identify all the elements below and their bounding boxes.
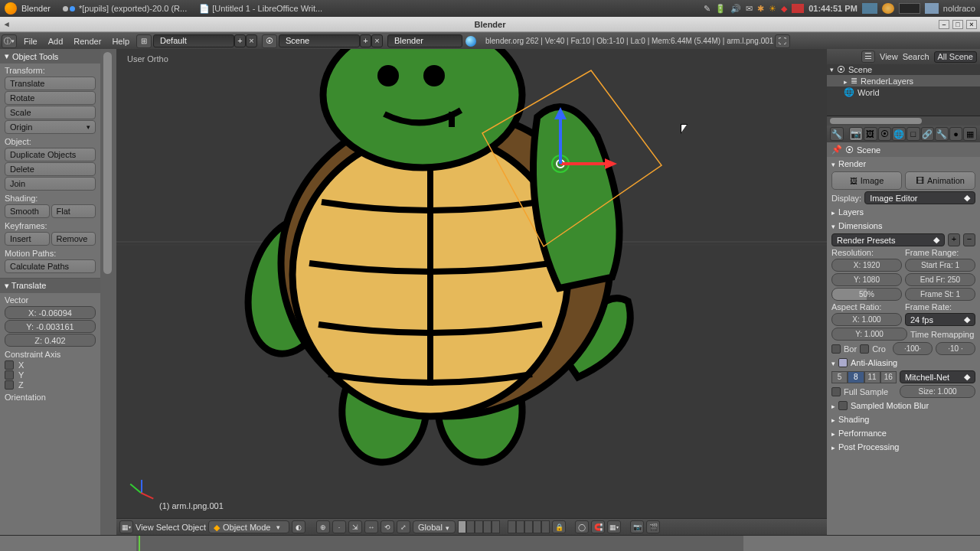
lock-camera-icon[interactable]: 🔒 — [552, 520, 566, 533]
mblur-checkbox[interactable] — [838, 401, 848, 410]
tray-icon[interactable] — [792, 4, 804, 13]
outliner-filter-dropdown[interactable]: All Scene — [934, 51, 977, 63]
tab-layers[interactable]: 🖼 — [864, 127, 877, 141]
panel-shading[interactable]: Shading — [827, 412, 980, 426]
remove-preset-button[interactable]: − — [963, 233, 975, 246]
render-presets-dropdown[interactable]: Render Presets◆ — [831, 233, 945, 246]
maximize-button[interactable]: □ — [952, 20, 963, 29]
tab-modifiers[interactable]: 🔧 — [935, 127, 949, 141]
remove-keyframe-button[interactable]: Remove — [51, 232, 96, 246]
res-x-field[interactable]: X: 1920 — [831, 259, 902, 272]
panel-layers[interactable]: Layers — [827, 205, 980, 219]
layer-buttons[interactable] — [508, 520, 550, 533]
panel-motion-blur[interactable]: Sampled Motion Blur — [827, 399, 980, 412]
back-to-previous-icon[interactable]: ⊞ — [136, 34, 152, 48]
clock[interactable]: 01:44:51 PM — [808, 4, 858, 13]
panel-post-processing[interactable]: Post Processing — [827, 440, 980, 454]
display-dropdown[interactable]: Image Editor◆ — [864, 191, 975, 204]
orientation-dropdown[interactable]: Global — [413, 520, 456, 533]
crop-checkbox[interactable] — [860, 344, 869, 354]
volume-icon[interactable]: 🔊 — [730, 4, 741, 14]
menu-add[interactable]: Add — [43, 37, 69, 46]
calculate-paths-button[interactable]: Calculate Paths — [5, 259, 96, 273]
shading-mode-icon[interactable]: ◐ — [292, 520, 305, 533]
opengl-anim-icon[interactable]: 🎬 — [646, 520, 660, 533]
vector-x-field[interactable]: X: -0.06094 — [5, 306, 96, 319]
render-engine-dropdown[interactable]: Blender Render — [387, 34, 462, 47]
frame-step-field[interactable]: Frame St: 1 — [905, 288, 975, 301]
scale-button[interactable]: Scale — [5, 106, 96, 119]
minimize-button[interactable]: – — [939, 20, 949, 29]
add-layout-button[interactable]: + — [234, 34, 246, 47]
username[interactable]: noldraco — [943, 4, 975, 13]
aa-size-field[interactable]: Size: 1.000 — [900, 385, 975, 398]
aa-samples-buttons[interactable]: 581116 — [831, 371, 897, 383]
tools-panel-header[interactable]: ▾Object Tools — [0, 49, 100, 64]
tray-icon[interactable] — [862, 3, 877, 14]
taskbar-item[interactable]: 📄 [Untitled 1 - LibreOffice Writ... — [199, 4, 322, 14]
outliner-item-scene[interactable]: Scene — [848, 65, 872, 74]
fps-dropdown[interactable]: 24 fps◆ — [905, 313, 975, 326]
menu-select[interactable]: Select — [156, 523, 180, 532]
render-image-button[interactable]: Image — [831, 171, 902, 190]
editor-type-icon[interactable]: 🔧 — [830, 127, 844, 141]
insert-keyframe-button[interactable]: Insert — [5, 232, 50, 246]
flat-button[interactable]: Flat — [51, 204, 96, 218]
close-button[interactable]: × — [966, 20, 977, 29]
editor-type-icon[interactable]: ⓘ▾ — [2, 34, 17, 48]
menu-render[interactable]: Render — [68, 37, 106, 46]
constraint-x-checkbox[interactable]: X — [5, 360, 96, 370]
add-scene-button[interactable]: + — [360, 34, 371, 47]
delete-button[interactable]: Delete — [5, 162, 96, 176]
viewport-canvas[interactable] — [116, 49, 827, 488]
menu-help[interactable]: Help — [106, 37, 135, 46]
manipulator-translate-icon[interactable]: ↔ — [364, 520, 378, 533]
panel-dimensions[interactable]: Dimensions — [827, 219, 980, 233]
operator-panel-header[interactable]: ▾ Translate — [0, 278, 100, 293]
panel-performance[interactable]: Performance — [827, 426, 980, 440]
3d-viewport[interactable]: User Ortho (1) arm.l.png.001 ▦▾ View Sel… — [116, 49, 827, 535]
taskbar-item[interactable]: *[pupils] (exported)-20.0 (R... — [63, 4, 187, 13]
pivot-icon[interactable]: ⊕ — [316, 520, 330, 533]
aspect-y-field[interactable]: Y: 1.000 — [831, 328, 907, 341]
scene-field[interactable]: Scene — [279, 34, 360, 47]
tray-icon[interactable]: ✱ — [757, 4, 764, 14]
manipulator-rotate-icon[interactable]: ⟲ — [381, 520, 394, 533]
manipulator-scale-icon[interactable]: ⤢ — [397, 520, 410, 533]
render-animation-button[interactable]: 🎞 Animation — [905, 171, 975, 190]
scene-browse-icon[interactable]: ⦿ — [262, 34, 277, 48]
constraint-z-checkbox[interactable]: Z — [5, 380, 96, 390]
tray-icon[interactable]: ✎ — [704, 4, 710, 14]
delete-layout-button[interactable]: × — [246, 34, 257, 47]
start-frame-field[interactable]: Start Fra: 1 — [905, 259, 975, 272]
tray-icon[interactable] — [882, 3, 894, 14]
duplicate-button[interactable]: Duplicate Objects — [5, 148, 96, 161]
tab-texture[interactable]: ▦ — [963, 127, 977, 141]
res-y-field[interactable]: Y: 1080 — [831, 273, 902, 286]
fullsample-checkbox[interactable] — [831, 387, 841, 396]
delete-scene-button[interactable]: × — [371, 34, 383, 47]
add-preset-button[interactable]: + — [948, 233, 960, 246]
blender-org-icon[interactable] — [466, 36, 476, 47]
toolshelf-scrollbar[interactable] — [100, 49, 116, 535]
snap-icon[interactable]: 🧲 — [591, 520, 605, 533]
origin-dropdown[interactable]: Origin — [5, 120, 96, 134]
proportional-edit-icon[interactable]: ◯ — [575, 520, 589, 533]
outliner-item-world[interactable]: World — [858, 88, 880, 97]
vector-z-field[interactable]: Z: 0.402 — [5, 334, 96, 347]
tray-icon[interactable]: ☀ — [769, 4, 776, 14]
menu-file[interactable]: File — [18, 37, 43, 46]
tray-icon[interactable] — [899, 3, 920, 14]
tab-world[interactable]: 🌐 — [892, 127, 906, 141]
menu-view[interactable]: View — [880, 52, 898, 61]
layer-buttons[interactable] — [458, 520, 500, 533]
timeremap-old-field[interactable]: ·100· — [893, 342, 933, 355]
border-checkbox[interactable] — [831, 344, 841, 354]
editor-type-icon[interactable]: ▦▾ — [119, 520, 133, 533]
aa-checkbox[interactable] — [838, 358, 848, 367]
menu-object[interactable]: Object — [181, 523, 206, 532]
tab-constraints[interactable]: 🔗 — [921, 127, 935, 141]
outliner-hscroll[interactable] — [827, 116, 980, 126]
rotate-button[interactable]: Rotate — [5, 91, 96, 105]
constraint-y-checkbox[interactable]: Y — [5, 370, 96, 380]
